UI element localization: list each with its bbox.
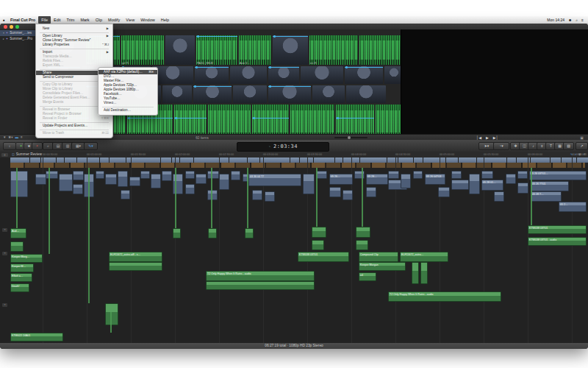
audio-clip[interactable]: Elliott a… <box>10 273 32 282</box>
menubar-item-window[interactable]: Window <box>137 16 158 24</box>
import-media-icon[interactable]: ↓ <box>3 142 16 150</box>
menubar-item-trim[interactable]: Trim <box>64 16 78 24</box>
video-clip[interactable] <box>35 174 46 185</box>
audio-clip[interactable] <box>356 240 368 250</box>
video-clip-thumbnail[interactable] <box>384 66 401 84</box>
video-clip-thumbnail[interactable] <box>312 85 345 103</box>
audio-clip-thumbnail[interactable] <box>208 105 251 134</box>
audio-clip[interactable] <box>10 241 24 252</box>
storyline-clip-segment[interactable] <box>335 158 343 163</box>
audio-clip[interactable]: T2 Only Happy When It Rains - audio <box>388 291 501 302</box>
video-clip[interactable] <box>303 174 315 194</box>
video-clip[interactable] <box>438 187 450 197</box>
video-clip-thumbnail[interactable] <box>152 66 193 84</box>
audio-clip-thumbnail[interactable] <box>359 35 401 65</box>
audio-clip[interactable] <box>105 303 118 325</box>
video-clip[interactable] <box>185 171 195 179</box>
video-clip-thumbnail[interactable] <box>162 85 192 103</box>
video-clip-thumbnail[interactable] <box>195 66 229 84</box>
audio-clip[interactable]: Keeper M… <box>10 263 34 272</box>
video-clip[interactable] <box>517 171 528 179</box>
audio-clip[interactable]: KTW038 03T01 <box>298 252 349 262</box>
video-clip[interactable]: 05 26 04T03 <box>425 174 445 185</box>
video-clip[interactable] <box>481 171 493 179</box>
audio-clip[interactable] <box>245 228 254 238</box>
video-clip[interactable] <box>207 171 219 179</box>
video-clip-thumbnail[interactable] <box>193 85 232 103</box>
apple-icon[interactable]: ● <box>0 18 7 22</box>
video-clip[interactable] <box>219 174 229 190</box>
notification-center-icon[interactable]: ≡ <box>581 18 584 23</box>
video-clip-thumbnail[interactable] <box>273 35 308 65</box>
share-menu-item-vimeo[interactable]: Vimeo… <box>98 101 157 105</box>
video-clip[interactable]: 05 26 7T01 <box>531 181 569 191</box>
video-clip[interactable] <box>185 184 195 194</box>
video-clip[interactable] <box>207 190 218 200</box>
reject-icon[interactable]: × <box>32 142 43 150</box>
video-clip[interactable] <box>252 190 262 200</box>
video-clip[interactable] <box>231 171 240 180</box>
storyline-clip-segment[interactable] <box>577 158 588 163</box>
file-menu-item-update-projects-and-events[interactable]: Update Projects and Events… <box>36 124 112 128</box>
video-clip[interactable] <box>469 174 480 194</box>
audio-clip-thumbnail[interactable] <box>174 105 207 134</box>
storyline-clip-segment[interactable] <box>260 158 290 163</box>
video-clip[interactable] <box>118 171 128 187</box>
menubar-item-clip[interactable]: Clip <box>93 16 105 24</box>
audio-clip-thumbnail[interactable]: gel 75 <box>121 35 164 65</box>
zoom-window-button[interactable] <box>15 25 19 29</box>
retime-icon[interactable]: ◔▾ <box>493 142 509 150</box>
video-clip[interactable] <box>46 171 58 179</box>
audio-clip-thumbnail[interactable] <box>336 105 374 134</box>
audio-clip[interactable]: Keeper Morgan <box>359 262 406 271</box>
video-clip[interactable] <box>354 171 365 179</box>
video-clip[interactable] <box>413 171 423 179</box>
audio-clip[interactable]: ELF15672_outro.aiff - s… <box>109 252 162 262</box>
video-clip[interactable]: 05 26… <box>329 174 353 185</box>
storyline-clip-segment[interactable] <box>248 158 259 163</box>
menubar-item-edit[interactable]: Edit <box>51 16 63 24</box>
share-menu-item-add-destination[interactable]: Add Destination… <box>98 108 157 113</box>
video-clip[interactable] <box>59 174 73 191</box>
audio-clip[interactable]: Keeper Morg… <box>10 254 43 263</box>
audio-clip-thumbnail[interactable] <box>376 105 401 134</box>
video-clip[interactable] <box>506 174 516 184</box>
storyline-clip-segment[interactable] <box>229 158 247 163</box>
video-clip[interactable]: 05 28 7… <box>531 191 562 202</box>
storyline-clip-segment[interactable] <box>10 158 29 163</box>
video-clip[interactable] <box>196 174 207 184</box>
audio-clip[interactable] <box>312 240 324 250</box>
storyline-clip-segment[interactable] <box>57 158 64 163</box>
minimize-window-button[interactable] <box>10 25 13 29</box>
storyline-clip-segment[interactable] <box>360 158 387 163</box>
audio-clip-thumbnail[interactable]: Auto V… <box>239 35 271 65</box>
video-clip-thumbnail[interactable] <box>268 85 311 103</box>
duration-slider[interactable] <box>334 137 368 138</box>
audio-clip[interactable]: Death! <box>10 283 29 292</box>
video-clip[interactable]: 05 2… <box>559 202 587 212</box>
video-clip-thumbnail[interactable] <box>301 66 343 84</box>
video-clip[interactable] <box>494 191 504 202</box>
video-clip[interactable] <box>316 171 327 179</box>
audio-clip[interactable] <box>208 228 217 238</box>
audio-clip-thumbnail[interactable] <box>290 105 334 134</box>
video-clip[interactable] <box>329 187 341 197</box>
video-clip[interactable] <box>140 171 150 179</box>
menubar-item-mark[interactable]: Mark <box>77 16 92 24</box>
video-clip[interactable]: 05 28… <box>366 174 388 185</box>
video-clip[interactable] <box>10 171 28 197</box>
marker-tool-icon[interactable]: ✎▾ <box>84 142 98 150</box>
duration-slider-knob[interactable] <box>348 136 351 139</box>
storyline-clip-segment[interactable] <box>459 158 476 163</box>
storyline-clip-segment[interactable] <box>414 158 423 163</box>
storyline-clip-segment[interactable] <box>290 158 299 163</box>
share-icon[interactable]: ↗ <box>576 142 588 150</box>
storyline-clip-segment[interactable] <box>507 158 516 163</box>
storyline-clip-segment[interactable] <box>30 158 40 163</box>
file-menu-item-library-properties[interactable]: Library Properties⌃⌘J <box>36 43 112 47</box>
video-clip[interactable] <box>121 190 130 199</box>
audio-clip[interactable]: ELF15672_outro… <box>400 252 448 262</box>
video-clip[interactable] <box>388 171 399 179</box>
audio-clip[interactable]: KTW022 24A01 <box>10 333 63 342</box>
audio-clip-thumbnail[interactable]: en 29 <box>309 35 358 65</box>
